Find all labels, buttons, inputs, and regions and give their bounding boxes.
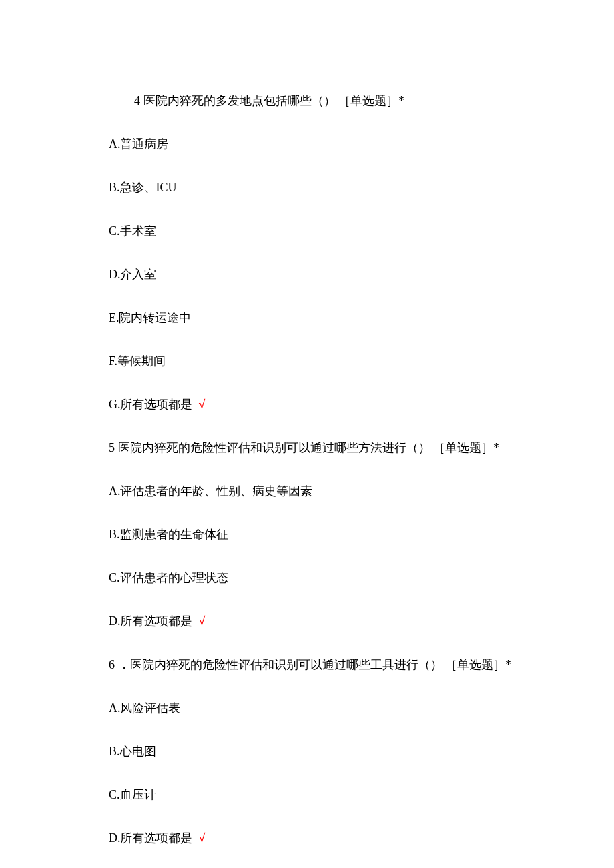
q6-option-c-text: C.血压计	[109, 788, 156, 801]
question-4: 4 医院内猝死的多发地点包括哪些（） ［单选题］*	[109, 92, 547, 110]
q4-option-b-text: B.急诊、ICU	[109, 181, 177, 194]
q5-option-d: D.所有选项都是 √	[109, 612, 547, 630]
q6-option-d-text: D.所有选项都是	[109, 831, 193, 845]
q4-option-c: C.手术室	[109, 222, 547, 240]
q5-option-a-text: A.评估患者的年龄、性别、病史等因素	[109, 484, 313, 498]
q4-option-g-text: G.所有选项都是	[109, 398, 193, 411]
q5-option-a: A.评估患者的年龄、性别、病史等因素	[109, 482, 547, 500]
question-4-text: 4 医院内猝死的多发地点包括哪些（） ［单选题］*	[134, 94, 404, 107]
q4-option-f: F.等候期间	[109, 352, 547, 370]
q4-option-d: D.介入室	[109, 266, 547, 284]
q6-option-a: A.风险评估表	[109, 699, 547, 717]
q6-option-b-text: B.心电图	[109, 745, 156, 758]
q5-option-d-text: D.所有选项都是	[109, 614, 193, 628]
q4-option-a-text: A.普通病房	[109, 137, 169, 151]
q4-option-e-text: E.院内转运途中	[109, 311, 192, 324]
q5-option-b-text: B.监测患者的生命体征	[109, 528, 228, 541]
q4-option-f-text: F.等候期间	[109, 354, 166, 368]
q6-option-d: D.所有选项都是 √	[109, 829, 547, 847]
question-6: 6 ．医院内猝死的危险性评估和识别可以通过哪些工具进行（） ［单选题］*	[109, 656, 547, 674]
q4-option-d-text: D.介入室	[109, 268, 157, 281]
question-5-text: 5 医院内猝死的危险性评估和识别可以通过哪些方法进行（） ［单选题］*	[109, 441, 499, 454]
q6-option-a-text: A.风险评估表	[109, 701, 181, 715]
check-icon: √	[196, 614, 206, 628]
check-icon: √	[196, 831, 206, 845]
question-5: 5 医院内猝死的危险性评估和识别可以通过哪些方法进行（） ［单选题］*	[109, 439, 547, 457]
q4-option-g: G.所有选项都是 √	[109, 396, 547, 414]
q6-option-b: B.心电图	[109, 743, 547, 761]
q4-option-c-text: C.手术室	[109, 224, 156, 238]
q4-option-a: A.普通病房	[109, 135, 547, 153]
q5-option-c: C.评估患者的心理状态	[109, 569, 547, 587]
q6-option-c: C.血压计	[109, 786, 547, 804]
question-6-text: 6 ．医院内猝死的危险性评估和识别可以通过哪些工具进行（） ［单选题］*	[109, 658, 511, 671]
q5-option-c-text: C.评估患者的心理状态	[109, 571, 228, 584]
check-icon: √	[196, 398, 206, 411]
q4-option-b: B.急诊、ICU	[109, 179, 547, 197]
q5-option-b: B.监测患者的生命体征	[109, 526, 547, 544]
q4-option-e: E.院内转运途中	[109, 309, 547, 327]
